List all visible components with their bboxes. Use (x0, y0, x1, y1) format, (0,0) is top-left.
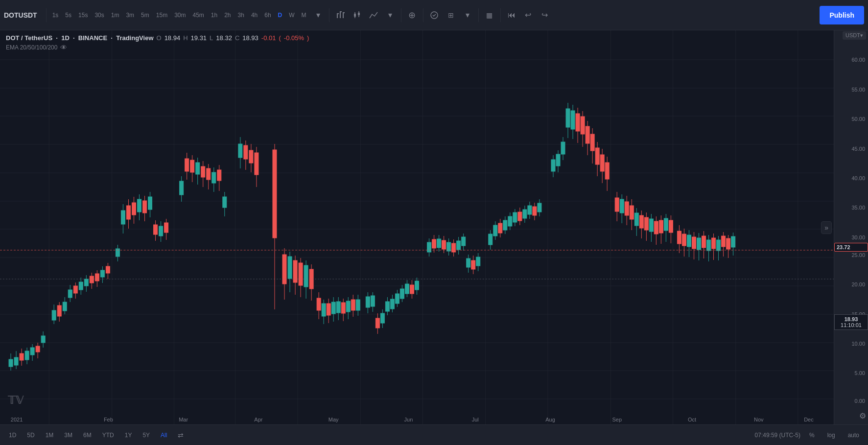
svg-rect-260 (654, 221, 658, 234)
svg-rect-248 (625, 202, 629, 215)
bottom-tf-1d[interactable]: 1D (5, 430, 20, 440)
tf-3m[interactable]: 3m (123, 10, 137, 21)
svg-rect-9 (358, 13, 360, 15)
ema-visibility-icon[interactable]: 👁 (60, 44, 67, 51)
svg-rect-284 (717, 240, 721, 251)
svg-rect-144 (336, 302, 340, 313)
svg-rect-156 (371, 296, 375, 306)
bottom-tf-1m[interactable]: 1M (42, 430, 58, 440)
publish-button[interactable]: Publish (820, 6, 864, 24)
line-type-btn[interactable] (366, 7, 381, 23)
bottom-tf-1y[interactable]: 1Y (121, 430, 136, 440)
bottom-tf-5d[interactable]: 5D (23, 430, 38, 440)
scroll-right-btn[interactable]: » (821, 221, 832, 234)
separator-4 (423, 8, 423, 22)
ohlc-open-val: 18.94 (164, 34, 181, 42)
tf-3h[interactable]: 3h (235, 10, 247, 21)
chart-type-bar-btn[interactable] (332, 7, 348, 23)
svg-rect-96 (180, 181, 184, 195)
percent-toggle[interactable]: % (805, 430, 819, 440)
svg-rect-176 (427, 242, 431, 252)
price-label-0: 0.00 (855, 398, 865, 404)
line-type-dropdown-btn[interactable]: ▾ (382, 7, 398, 23)
svg-rect-58 (63, 302, 67, 311)
price-label-40: 40.00 (851, 175, 865, 181)
symbol-label[interactable]: DOTUSDT (4, 11, 37, 19)
bottom-tf-5y[interactable]: 5Y (139, 430, 154, 440)
alert-btn[interactable] (426, 7, 442, 23)
ohlc-change-pct-val: -0.05% (284, 34, 304, 42)
svg-rect-92 (159, 226, 163, 236)
svg-rect-210 (518, 212, 522, 221)
svg-rect-162 (385, 302, 389, 311)
svg-rect-2 (340, 12, 341, 18)
tf-M[interactable]: M (299, 10, 309, 21)
time-label-2021: 2021 (11, 417, 23, 422)
undo-btn[interactable]: ↩ (520, 7, 536, 23)
tf-1s[interactable]: 1s (49, 10, 62, 21)
replay-btn[interactable]: ⏮ (504, 7, 519, 23)
log-toggle[interactable]: log (823, 430, 839, 440)
auto-toggle[interactable]: auto (844, 430, 863, 440)
bottom-right-info: 07:49:59 (UTC-5) % log auto (755, 430, 863, 440)
bottom-tf-6m[interactable]: 6M (79, 430, 95, 440)
layout-btn[interactable]: ⊞ (443, 7, 459, 23)
svg-rect-98 (185, 159, 189, 171)
tf-5m[interactable]: 5m (138, 10, 152, 21)
ohlc-low-label: L (210, 34, 213, 42)
separator-1 (46, 8, 47, 22)
svg-rect-76 (116, 249, 119, 257)
date-range-btn[interactable]: ⇄ (174, 430, 188, 441)
layout-dropdown-btn[interactable]: ▾ (460, 7, 475, 23)
tf-15m[interactable]: 15m (153, 10, 170, 21)
svg-rect-1 (337, 13, 339, 14)
tf-1h[interactable]: 1h (208, 10, 220, 21)
chart-type-candle-btn[interactable] (349, 7, 365, 23)
svg-rect-200 (493, 225, 497, 236)
tf-30s[interactable]: 30s (92, 10, 107, 21)
add-indicator-btn[interactable]: ⊕ (404, 7, 420, 23)
ohlc-high-label: H (183, 34, 188, 42)
svg-rect-50 (36, 346, 40, 352)
svg-rect-160 (380, 313, 384, 323)
svg-rect-44 (20, 353, 23, 360)
tf-1m[interactable]: 1m (108, 10, 122, 21)
redo-btn[interactable]: ↪ (537, 7, 553, 23)
price-label-45: 45.00 (851, 146, 865, 152)
svg-rect-120 (255, 153, 258, 175)
tf-6h[interactable]: 6h (261, 10, 274, 21)
chart-settings-icon[interactable]: ⚙ (859, 411, 866, 421)
tf-45m[interactable]: 45m (189, 10, 207, 21)
multi-chart-btn[interactable]: ▦ (482, 7, 497, 23)
currency-selector[interactable]: USDT▾ (843, 31, 866, 40)
svg-rect-186 (452, 243, 456, 252)
svg-rect-256 (644, 217, 648, 230)
bottom-tf-all[interactable]: All (157, 430, 171, 440)
tf-15s[interactable]: 15s (75, 10, 91, 21)
svg-rect-262 (659, 220, 663, 233)
svg-rect-246 (620, 199, 624, 213)
bottom-tf-3m[interactable]: 3M (60, 430, 76, 440)
tf-W[interactable]: W (286, 10, 297, 21)
chart-main[interactable]: DOT / TetherUS · 1D · BINANCE · TradingV… (0, 30, 834, 424)
svg-rect-136 (317, 298, 321, 310)
svg-rect-192 (467, 258, 470, 267)
separator-3 (401, 8, 401, 22)
tf-5s[interactable]: 5s (62, 10, 74, 21)
tf-4h[interactable]: 4h (248, 10, 260, 21)
bottom-bar: 1D 5D 1M 3M 6M YTD 1Y 5Y All ⇄ 07:49:59 … (0, 424, 868, 445)
tf-dropdown-btn[interactable]: ▾ (310, 7, 326, 23)
tf-30m[interactable]: 30m (171, 10, 188, 21)
svg-rect-74 (106, 266, 110, 273)
svg-rect-152 (356, 300, 360, 310)
price-label-30: 30.00 (851, 234, 865, 240)
svg-rect-122 (273, 150, 277, 238)
svg-rect-204 (503, 220, 507, 230)
time-label-apr: Apr (254, 417, 262, 422)
bottom-tf-ytd[interactable]: YTD (98, 430, 118, 440)
svg-rect-54 (52, 310, 56, 320)
ohlc-open-label: O (157, 34, 162, 42)
tf-2h[interactable]: 2h (221, 10, 234, 21)
price-label-10: 10.00 (851, 341, 865, 347)
tf-D[interactable]: D (275, 10, 285, 21)
